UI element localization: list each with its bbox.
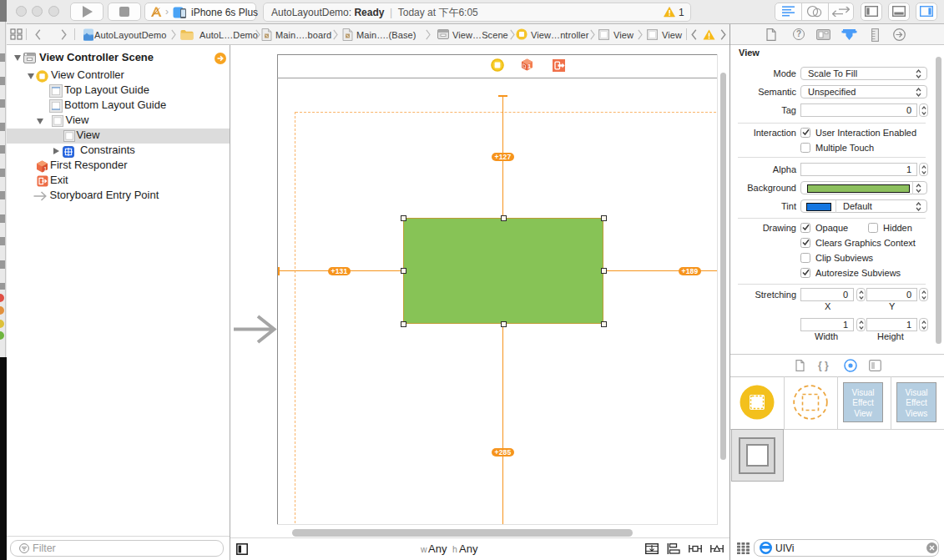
svg-text:1: 1	[528, 63, 531, 69]
svg-text:1: 1	[44, 165, 48, 171]
